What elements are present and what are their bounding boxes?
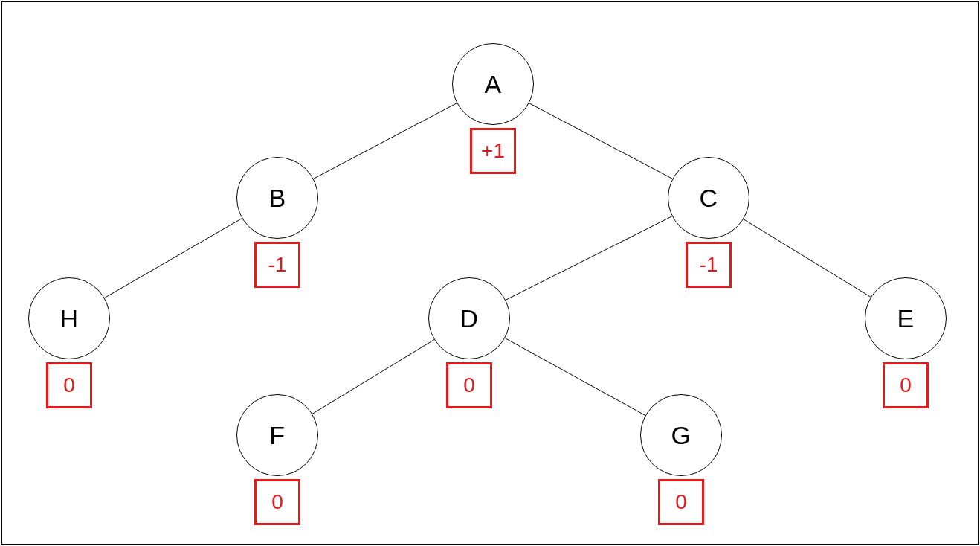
svg-line-0 xyxy=(314,103,457,179)
node-label: A xyxy=(484,70,501,99)
node-d: D xyxy=(428,277,510,359)
node-f: F xyxy=(236,394,318,476)
balance-value: 0 xyxy=(900,373,912,397)
balance-a: +1 xyxy=(470,128,516,174)
balance-value: +1 xyxy=(481,139,505,163)
node-a: A xyxy=(452,43,534,125)
balance-b: -1 xyxy=(254,242,300,288)
node-label: G xyxy=(671,421,692,450)
node-label: B xyxy=(268,184,286,213)
node-e: E xyxy=(865,277,947,359)
balance-e: 0 xyxy=(883,362,929,408)
balance-g: 0 xyxy=(658,479,704,525)
svg-line-1 xyxy=(529,103,673,179)
balance-value: 0 xyxy=(271,490,283,514)
node-label: C xyxy=(699,184,718,213)
svg-line-2 xyxy=(105,219,242,298)
node-h: H xyxy=(28,277,110,359)
node-g: G xyxy=(640,394,722,476)
balance-f: 0 xyxy=(254,479,300,525)
balance-value: 0 xyxy=(63,373,75,397)
balance-d: 0 xyxy=(446,362,492,408)
balance-h: 0 xyxy=(46,362,92,408)
balance-value: 0 xyxy=(463,373,475,397)
svg-line-6 xyxy=(505,338,645,416)
balance-value: 0 xyxy=(675,490,687,514)
diagram-canvas: A +1 B -1 C -1 H 0 D 0 E 0 F 0 G 0 xyxy=(1,1,979,545)
balance-value: -1 xyxy=(700,253,718,277)
node-label: F xyxy=(269,421,285,450)
node-label: E xyxy=(897,304,914,333)
svg-line-5 xyxy=(312,340,434,414)
node-label: H xyxy=(59,304,78,333)
svg-line-4 xyxy=(744,219,871,298)
balance-c: -1 xyxy=(686,242,732,288)
node-label: D xyxy=(460,304,478,333)
node-b: B xyxy=(236,157,318,239)
svg-line-3 xyxy=(506,216,672,301)
node-c: C xyxy=(668,157,749,239)
balance-value: -1 xyxy=(268,253,287,277)
